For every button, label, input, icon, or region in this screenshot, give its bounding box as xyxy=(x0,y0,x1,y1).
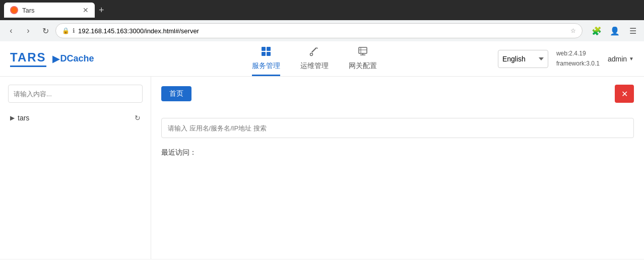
ops-icon xyxy=(309,46,320,59)
sidebar-search-input[interactable] xyxy=(8,85,143,103)
version-info: web:2.4.19 framework:3.0.1 xyxy=(556,49,600,68)
content-area: 首页 ✕ 最近访问： xyxy=(151,77,644,259)
tab-gateway-label: 网关配置 xyxy=(349,61,377,71)
tab-close-button[interactable]: ✕ xyxy=(83,6,89,14)
sidebar-tree: ▶ tars ↻ xyxy=(8,111,143,125)
nav-tabs: 服务管理 运维管理 xyxy=(131,41,498,76)
main-layout: ▶ tars ↻ 首页 ✕ 最近访问： xyxy=(0,77,644,259)
info-icon: ℹ xyxy=(73,27,75,34)
tab-ops[interactable]: 运维管理 xyxy=(300,41,329,76)
dcache-logo: ▶ DCache xyxy=(52,53,94,64)
content-search-input[interactable] xyxy=(161,118,634,138)
tab-title: Tars xyxy=(22,7,35,14)
logo-area: TARS ▶ DCache xyxy=(10,50,131,67)
reload-button[interactable]: ↻ xyxy=(38,24,52,38)
browser-chrome: Tars ✕ + ‹ › ↻ 🔒 ℹ ☆ 🧩 👤 ☰ xyxy=(0,0,644,41)
bookmark-icon[interactable]: ☆ xyxy=(570,27,576,34)
firefox-favicon xyxy=(10,6,18,14)
tab-ops-label: 运维管理 xyxy=(300,61,329,71)
sidebar: ▶ tars ↻ xyxy=(0,77,151,259)
extensions-button[interactable]: 🧩 xyxy=(590,24,604,38)
address-bar[interactable]: 🔒 ℹ ☆ xyxy=(55,23,583,38)
tab-service-label: 服务管理 xyxy=(252,61,280,71)
admin-info[interactable]: admin ▼ xyxy=(608,55,634,63)
app-container: TARS ▶ DCache 服务管理 xyxy=(0,41,644,260)
service-icon xyxy=(261,46,272,59)
tree-item-tars[interactable]: ▶ tars ↻ xyxy=(8,111,143,125)
admin-dropdown-icon: ▼ xyxy=(629,56,634,61)
svg-rect-2 xyxy=(267,47,271,51)
tree-item-label: tars xyxy=(18,114,29,122)
header-right: English 中文 web:2.4.19 framework:3.0.1 ad… xyxy=(498,49,634,68)
browser-tab[interactable]: Tars ✕ xyxy=(4,3,95,18)
tab-service[interactable]: 服务管理 xyxy=(252,41,280,76)
svg-point-5 xyxy=(310,53,312,55)
account-button[interactable]: 👤 xyxy=(608,24,622,38)
tree-arrow-icon: ▶ xyxy=(10,114,15,121)
dcache-bullet: ▶ xyxy=(52,53,59,64)
tree-refresh-icon[interactable]: ↻ xyxy=(135,114,141,122)
gateway-icon xyxy=(357,46,368,59)
svg-rect-3 xyxy=(262,52,266,56)
dcache-text: DCache xyxy=(60,53,94,64)
svg-point-0 xyxy=(11,7,17,13)
language-select[interactable]: English 中文 xyxy=(498,50,548,68)
browser-tabs: Tars ✕ + xyxy=(4,3,104,18)
tars-logo: TARS xyxy=(10,50,46,67)
address-input[interactable] xyxy=(78,27,567,35)
version-web: web:2.4.19 xyxy=(556,49,600,58)
back-button[interactable]: ‹ xyxy=(4,24,18,38)
svg-rect-1 xyxy=(262,47,266,51)
app-header: TARS ▶ DCache 服务管理 xyxy=(0,41,644,77)
admin-label: admin xyxy=(608,55,627,63)
svg-rect-4 xyxy=(267,52,271,56)
version-framework: framework:3.0.1 xyxy=(556,59,600,69)
content-search-wrapper xyxy=(161,118,634,146)
tab-gateway[interactable]: 网关配置 xyxy=(349,41,377,76)
recent-visits-label: 最近访问： xyxy=(161,146,634,159)
close-button[interactable]: ✕ xyxy=(615,85,634,103)
svg-rect-6 xyxy=(359,47,367,53)
tars-text: TARS xyxy=(10,50,46,64)
browser-controls: ‹ › ↻ 🔒 ℹ ☆ 🧩 👤 ☰ xyxy=(0,20,644,41)
home-breadcrumb-button[interactable]: 首页 xyxy=(161,86,191,101)
secure-icon: 🔒 xyxy=(62,27,70,34)
tars-underline xyxy=(10,66,46,67)
browser-actions: 🧩 👤 ☰ xyxy=(590,24,640,38)
close-icon: ✕ xyxy=(621,89,628,99)
forward-button[interactable]: › xyxy=(21,24,35,38)
browser-titlebar: Tars ✕ + xyxy=(0,0,644,20)
more-button[interactable]: ☰ xyxy=(626,24,640,38)
new-tab-button[interactable]: + xyxy=(99,5,104,16)
breadcrumb-row: 首页 ✕ xyxy=(161,85,634,103)
